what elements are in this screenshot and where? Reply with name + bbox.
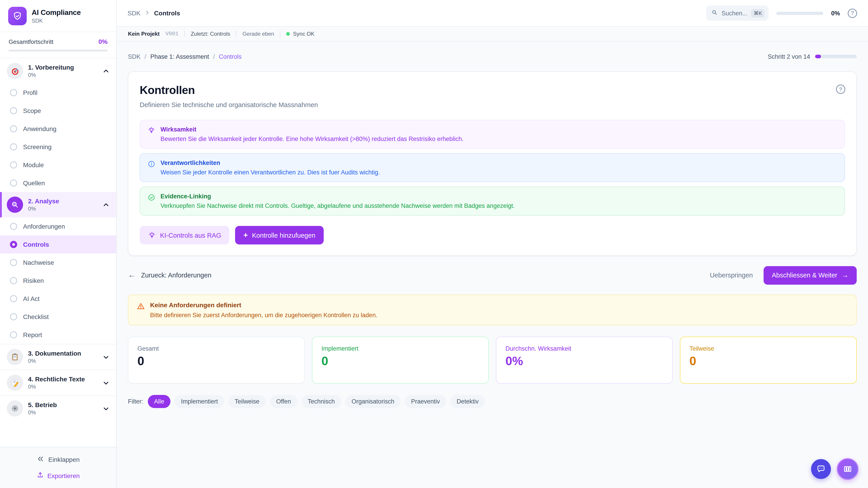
app-subtitle: SDK: [32, 18, 81, 24]
export-label: Exportieren: [47, 472, 80, 479]
stat-label: Implementiert: [321, 345, 479, 352]
sidebar-item-checklist[interactable]: Checklist: [0, 308, 116, 326]
sidebar-item-nachweise[interactable]: Nachweise: [0, 254, 116, 271]
chat-bubble-icon: [816, 464, 826, 474]
back-label: Zurueck: Anforderungen: [141, 271, 211, 279]
info-box-title: Verantwortlichkeiten: [160, 160, 380, 166]
ai-controls-button[interactable]: KI-Controls aus RAG: [140, 226, 229, 245]
section-label: 3. Dokumentation: [28, 350, 97, 357]
sidebar-item-profil[interactable]: Profil: [0, 84, 116, 102]
filter-label: Filter:: [128, 398, 143, 405]
filter-pill-praeventiv[interactable]: Praeventiv: [405, 395, 446, 408]
stat-card-implementiert: Implementiert0: [312, 337, 489, 384]
sidebar-item-anwendung[interactable]: Anwendung: [0, 120, 116, 138]
filter-pill-detektiv[interactable]: Detektiv: [450, 395, 485, 408]
info-boxes: WirksamkeitBewerten Sie die Wirksamkeit …: [140, 120, 845, 216]
section-percent: 0%: [28, 205, 97, 212]
check-circle-icon: [147, 193, 156, 209]
sidebar-item-ai-act[interactable]: AI Act: [0, 290, 116, 308]
memo-icon: [7, 375, 23, 391]
overall-progress-value: 0%: [98, 38, 107, 45]
sidebar-item-risiken[interactable]: Risiken: [0, 271, 116, 290]
info-box-body: WirksamkeitBewerten Sie die Wirksamkeit …: [160, 126, 464, 142]
add-control-button[interactable]: Kontrolle hinzufuegen: [235, 226, 323, 245]
divider: [236, 31, 237, 37]
filter-pill-alle[interactable]: Alle: [148, 395, 170, 408]
export-button[interactable]: Exportieren: [0, 471, 116, 480]
page-breadcrumb: SDK Phase 1: Assessment Controls Schritt…: [128, 41, 857, 71]
last-sync-time: Gerade eben: [242, 31, 274, 37]
section-text: 1. Vorbereitung0%: [28, 64, 97, 78]
section-percent: 0%: [28, 358, 97, 364]
sidebar-item-label: Anwendung: [23, 125, 57, 132]
sidebar-item-screening[interactable]: Screening: [0, 138, 116, 156]
sidebar-item-anforderungen[interactable]: Anforderungen: [0, 217, 116, 235]
app-title: AI Compliance: [32, 8, 81, 17]
skip-button[interactable]: Ueberspringen: [710, 271, 753, 279]
filter-pill-teilweise[interactable]: Teilweise: [228, 395, 266, 408]
sidebar-item-scope[interactable]: Scope: [0, 102, 116, 120]
path-separator: [209, 53, 219, 60]
help-icon[interactable]: [848, 8, 857, 18]
info-box-body: Evidence-LinkingVerknuepfen Sie Nachweis…: [160, 193, 515, 209]
sidebar-item-label: Risiken: [23, 277, 44, 284]
chevron-down-icon: [102, 379, 110, 387]
warning-text: Bitte definieren Sie zuerst Anforderunge…: [150, 312, 377, 319]
sidebar-section-3-dokumentation[interactable]: 3. Dokumentation0%: [0, 344, 116, 369]
section-label: 1. Vorbereitung: [28, 64, 97, 71]
stat-value: 0: [137, 354, 295, 368]
content: SDK Phase 1: Assessment Controls Schritt…: [117, 41, 868, 488]
page-subtitle: Definieren Sie technische und organisato…: [140, 101, 845, 108]
columns-icon: [843, 464, 852, 474]
sidebar-item-label: Nachweise: [23, 259, 54, 266]
chevron-down-icon: [102, 404, 110, 412]
filter-pill-technisch[interactable]: Technisch: [301, 395, 341, 408]
sidebar-section-1-vorbereitung[interactable]: 1. Vorbereitung0%: [0, 58, 116, 84]
sidebar-item-controls[interactable]: Controls: [0, 235, 116, 254]
sidebar-item-quellen[interactable]: Quellen: [0, 174, 116, 192]
path-phase[interactable]: Phase 1: Assessment: [150, 53, 209, 60]
sidebar-section-4-rechtliche-texte[interactable]: 4. Rechtliche Texte0%: [0, 369, 116, 395]
stat-value: 0: [689, 354, 847, 368]
shield-check-logo-icon: [8, 7, 27, 25]
finish-next-button[interactable]: Abschliessen & Weiter: [764, 266, 857, 285]
search-input[interactable]: Suchen... ⌘K: [706, 5, 769, 21]
topbar: SDK Controls Suchen... ⌘K 0%: [117, 0, 868, 27]
ai-controls-label: KI-Controls aus RAG: [160, 232, 221, 239]
section-percent: 0%: [28, 72, 97, 78]
sidebar-item-module[interactable]: Module: [0, 156, 116, 174]
breadcrumb-root[interactable]: SDK: [127, 9, 141, 17]
chat-button[interactable]: [811, 459, 831, 479]
radio-icon: [10, 331, 17, 338]
chevron-down-icon: [102, 353, 110, 361]
radio-icon: [10, 89, 17, 96]
wizard-nav: Zurueck: Anforderungen Ueberspringen Abs…: [128, 256, 857, 295]
sidebar-item-report[interactable]: Report: [0, 326, 116, 344]
filter-pill-implementiert[interactable]: Implementiert: [175, 395, 224, 408]
breadcrumb-current: Controls: [154, 9, 180, 17]
info-box-wirksamkeit: WirksamkeitBewerten Sie die Wirksamkeit …: [140, 120, 845, 149]
collapse-sidebar-button[interactable]: Einklappen: [37, 455, 80, 464]
sidebar-item-label: Scope: [23, 107, 41, 114]
gear-icon: [7, 400, 23, 417]
filter-pill-offen[interactable]: Offen: [270, 395, 298, 408]
info-box-text: Bewerten Sie die Wirksamkeit jeder Kontr…: [160, 135, 464, 142]
sidebar-section-2-analyse[interactable]: 2. Analyse0%: [0, 192, 116, 217]
card-help-icon[interactable]: [836, 85, 845, 94]
sidebar-item-label: Module: [23, 161, 44, 168]
filter-pill-organisatorisch[interactable]: Organisatorisch: [345, 395, 401, 408]
step-progress-bar: [815, 55, 857, 58]
next-label: Abschliessen & Weiter: [772, 271, 837, 279]
stat-label: Teilweise: [689, 345, 847, 352]
section-percent: 0%: [28, 384, 97, 390]
info-box-title: Evidence-Linking: [160, 193, 515, 200]
chevron-up-icon: [102, 67, 110, 75]
chevron-right-icon: [144, 9, 151, 17]
board-view-button[interactable]: [837, 458, 859, 480]
sidebar-section-5-betrieb[interactable]: 5. Betrieb0%: [0, 395, 116, 421]
back-link[interactable]: Zurueck: Anforderungen: [128, 271, 211, 280]
version-badge: V001: [165, 31, 179, 37]
stats-cards: Gesamt0Implementiert0Durchschn. Wirksamk…: [128, 337, 857, 384]
main-area: SDK Controls Suchen... ⌘K 0% Kein Projek…: [117, 0, 868, 488]
path-root[interactable]: SDK: [128, 53, 141, 60]
